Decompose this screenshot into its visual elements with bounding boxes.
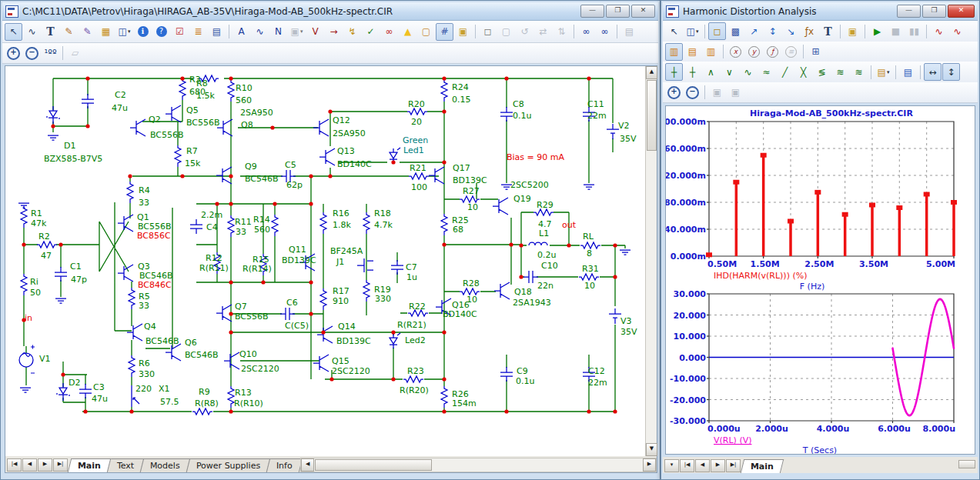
show-node-voltages-icon[interactable]: V — [306, 23, 324, 41]
page-nav--button[interactable]: ▶ — [38, 458, 52, 472]
show-grid-text-icon[interactable]: ∿ — [251, 23, 269, 41]
scroll-down-icon[interactable]: ▼ — [646, 443, 657, 456]
tab-main[interactable]: Main — [741, 459, 784, 473]
page-nav--button[interactable]: ▶ — [711, 459, 725, 472]
scroll-up-icon[interactable]: ▲ — [646, 66, 657, 79]
select-area-icon[interactable]: ◻ — [479, 23, 497, 41]
new-sheet-icon[interactable]: ▢ — [417, 23, 435, 41]
go-to-peak-icon[interactable]: ∧ — [702, 63, 720, 81]
schematic-vertical-scrollbar[interactable]: ▲ ▼ — [645, 66, 657, 456]
analysis-limits-icon[interactable]: ∿ — [930, 22, 948, 40]
show-node-numbers-icon[interactable]: N — [269, 23, 287, 41]
tab-power-supplies[interactable]: Power Supplies — [186, 458, 271, 472]
page-nav--button[interactable]: ◀ — [695, 459, 710, 472]
tab-text[interactable]: Text — [107, 458, 145, 472]
scroll-left-icon[interactable]: ◀ — [301, 458, 314, 472]
help-mode-icon[interactable]: ? — [152, 23, 170, 41]
region-enable-icon[interactable]: ☑ — [171, 23, 189, 41]
go-to-global-high-icon[interactable]: ≶ — [813, 63, 831, 81]
minimize-button[interactable]: — — [897, 5, 921, 18]
page-nav--button[interactable]: |◀ — [7, 458, 22, 472]
restore-button[interactable]: ❐ — [922, 5, 946, 18]
text-mode-icon[interactable]: T — [42, 23, 59, 41]
fx-settings-icon[interactable]: ƒ — [764, 43, 781, 61]
zoom-out-icon[interactable]: − — [684, 84, 701, 102]
single-plot-pane-icon[interactable]: ▥ — [665, 43, 683, 61]
analysis-window-titlebar[interactable]: Harmonic Distortion Analysis —❐✕ — [663, 2, 978, 21]
analysis-scroll-thumb[interactable] — [958, 460, 975, 468]
zoom-in-icon[interactable]: + — [665, 84, 683, 102]
go-to-valley-icon[interactable]: ∨ — [721, 63, 738, 81]
component-menu-icon[interactable]: ◫▾ — [115, 23, 133, 41]
cursor-right-icon[interactable]: ┼ — [684, 63, 701, 81]
go-to-crossing-icon[interactable]: ╳ — [794, 63, 812, 81]
show-attribute-text-icon[interactable]: A — [232, 23, 250, 41]
scroll-right-icon[interactable]: ▶ — [643, 458, 656, 472]
check-schematic-icon[interactable]: ▤ — [208, 23, 226, 41]
page-nav--button[interactable]: ▶| — [53, 458, 68, 472]
go-to-low-icon[interactable]: ≈ — [758, 63, 775, 81]
graphics-mode-icon[interactable]: ✎ — [60, 23, 78, 41]
show-conditions-icon[interactable]: ✓ — [362, 23, 380, 41]
zoom-select-mode-icon[interactable]: ◻ — [708, 22, 726, 40]
auto-scale-y-icon[interactable]: ↕ — [942, 63, 960, 81]
node-snap-icon[interactable]: # — [436, 23, 453, 41]
find-icon[interactable]: ∞ — [596, 23, 614, 41]
text-mode-icon[interactable]: T — [819, 22, 837, 40]
tab-main[interactable]: Main — [68, 458, 111, 472]
close-button[interactable]: ✕ — [631, 5, 655, 18]
zoom-in-icon[interactable]: + — [5, 45, 22, 62]
page-nav--button[interactable]: ▶| — [726, 459, 741, 472]
close-button[interactable]: ✕ — [948, 5, 975, 18]
component-menu-icon[interactable]: ◫▾ — [684, 22, 701, 40]
tab-info[interactable]: Info — [266, 458, 303, 472]
restore-button[interactable]: ❐ — [606, 5, 630, 18]
find-wave-icon[interactable]: ∞ — [577, 23, 595, 41]
bill-of-materials-icon[interactable]: ≣ — [189, 23, 207, 41]
page-nav--button[interactable]: ◀ — [22, 458, 37, 472]
x-axis-settings-icon[interactable]: x — [727, 43, 744, 61]
schematic-canvas[interactable]: C247uD1BZX585-B7V5R3680Q5BC556BQ2BC556BR… — [5, 66, 646, 456]
properties-icon[interactable]: ▣ — [454, 23, 472, 41]
go-to-inflection-icon[interactable]: ╱ — [776, 63, 794, 81]
vertical-scroll-thumb[interactable] — [647, 80, 657, 151]
go-to-high-icon[interactable]: ∿ — [739, 63, 757, 81]
wire-mode-icon[interactable]: ∿ — [23, 23, 41, 41]
show-last-values-icon[interactable]: ∞ — [380, 23, 398, 41]
select-mode-icon[interactable]: ↖ — [665, 22, 683, 40]
show-currents-icon[interactable]: → — [325, 23, 343, 41]
horizontal-panes-icon[interactable]: ▤ — [684, 43, 701, 61]
vertical-panes-icon[interactable]: ▥ — [702, 43, 720, 61]
zoom-100-icon[interactable]: ¹ºº — [42, 45, 59, 62]
zoom-out-icon[interactable]: − — [23, 45, 41, 62]
page-nav--button[interactable]: |◀ — [680, 459, 694, 472]
schematic-window-titlebar[interactable]: C:\MC11\DATA\Petrov\Hiraga\HIRAGA_AB-35V… — [2, 2, 658, 21]
formula-mode-icon[interactable]: ƒx — [801, 22, 818, 40]
horizontal-scroll-thumb[interactable] — [315, 459, 432, 471]
cursor-left-icon[interactable]: ┼ — [665, 63, 683, 81]
select-mode-icon[interactable]: ↖ — [5, 23, 22, 41]
go-to-global-low-icon[interactable]: ≋ — [831, 63, 849, 81]
tab-models[interactable]: Models — [140, 458, 190, 472]
minimize-button[interactable]: — — [580, 5, 604, 18]
schematic-horizontal-scrollbar[interactable]: ◀ ▶ — [300, 458, 657, 472]
vertical-scale-mode-icon[interactable]: ↕ — [764, 22, 781, 40]
show-power-icon[interactable]: ↯ — [343, 23, 361, 41]
page-nav--button[interactable]: ▾ — [664, 459, 679, 472]
format-page-icon[interactable]: ▤ — [899, 63, 917, 81]
analysis-plot-area[interactable]: Hiraga-Mod-AB_500kHz-spectr.CIR200.000m1… — [665, 105, 975, 455]
auto-scale-x-icon[interactable]: ↔ — [924, 63, 942, 81]
dc-warning-icon[interactable]: ▲ — [399, 23, 416, 41]
paste-waveform-icon[interactable]: ▤▾ — [875, 63, 892, 81]
pan-mode-icon[interactable]: ↘ — [782, 22, 800, 40]
flag-mode-icon[interactable]: ✎ — [79, 23, 96, 41]
properties-icon[interactable]: ▣ — [844, 22, 861, 40]
info-mode-icon[interactable]: ℹ — [134, 23, 152, 41]
run-icon[interactable]: ▶ — [868, 22, 886, 40]
find-part-mode-icon[interactable]: ▦ — [97, 23, 115, 41]
scale-mode-icon[interactable]: ↗ — [745, 22, 763, 40]
stepping-icon[interactable]: ∿ — [948, 22, 966, 40]
go-to-bottom-icon[interactable]: ≋ — [850, 63, 868, 81]
data-table-icon[interactable]: ⊞ — [807, 43, 824, 61]
y-axis-settings-icon[interactable]: y — [745, 43, 763, 61]
